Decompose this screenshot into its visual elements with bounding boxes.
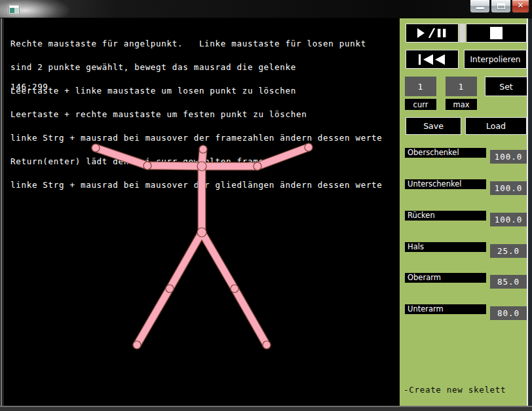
limb-label: Rücken [405, 211, 486, 221]
joint-center [197, 162, 206, 171]
limb-length-value[interactable]: 25.0 [490, 244, 527, 258]
limb-row-unterarm: Unterarm 80.0 [400, 304, 528, 321]
limb-row-oberarm: Oberarm 85.0 [400, 273, 528, 290]
rewind-to-start-icon [419, 54, 446, 65]
limb-length-value[interactable]: 80.0 [490, 306, 527, 320]
limb-label: Hals [405, 242, 486, 252]
limb-label: Oberschenkel [405, 148, 486, 158]
minimize-icon [476, 7, 484, 9]
max-frame-value[interactable]: 1 [446, 77, 477, 96]
limb-length-value[interactable]: 100.0 [490, 181, 527, 195]
skeleton-list-item[interactable]: -Create new skelett [404, 386, 506, 394]
limb-row-oberschenkel: Oberschenkel 100.0 [400, 148, 528, 165]
curr-frame-value[interactable]: 1 [405, 77, 436, 96]
limb-row-unterschenkel: Unterschenkel 100.0 [400, 179, 528, 196]
rewind-to-start-button[interactable] [406, 50, 459, 69]
limb-row-ruecken: Rücken 100.0 [400, 211, 528, 228]
joint-lhand [92, 144, 100, 152]
skeleton-canvas[interactable]: Rechte maustaste für angelpunkt. Linke m… [4, 18, 400, 406]
play-pause-icon [416, 28, 449, 38]
joint-rknee [231, 285, 238, 293]
joint-head [199, 145, 207, 153]
joint-rhand [305, 143, 313, 151]
limb-length-value[interactable]: 85.0 [490, 275, 527, 289]
skeleton-list: -Create new skelett - - - - [404, 370, 506, 411]
maximize-icon [497, 3, 505, 9]
limb-row-hals: Hals 25.0 [400, 242, 528, 259]
save-button[interactable]: Save [406, 117, 461, 135]
limb-label: Unterschenkel [405, 179, 486, 189]
set-button[interactable]: Set [485, 77, 527, 96]
stop-icon [490, 27, 503, 39]
joint-rshoulder [254, 162, 261, 170]
joint-lfoot [133, 341, 141, 349]
limb-label: Unterarm [405, 304, 486, 314]
window-frame-right [528, 18, 532, 406]
interpolate-button[interactable]: Interpolieren [464, 50, 527, 69]
window-app-icon [9, 5, 20, 14]
max-label: max [446, 99, 477, 110]
limb-length-value[interactable]: 100.0 [490, 150, 527, 164]
app-window: ✕ Rechte maustaste für angelpunkt. Linke… [0, 0, 532, 411]
curr-label: curr [405, 99, 436, 110]
joint-lshoulder [143, 162, 151, 170]
play-pause-button[interactable] [406, 24, 459, 43]
maximize-button[interactable] [491, 0, 511, 13]
window-controls: ✕ [469, 0, 529, 13]
stop-button[interactable] [466, 24, 527, 43]
joint-hip [197, 228, 206, 237]
load-button[interactable]: Load [465, 117, 527, 135]
joint-lknee [166, 285, 174, 293]
window-frame-bottom [0, 406, 532, 411]
limb-length-value[interactable]: 100.0 [490, 213, 527, 226]
limb-label: Oberarm [405, 273, 486, 283]
close-icon: ✕ [512, 1, 529, 10]
joint-rfoot [263, 341, 271, 349]
titlebar[interactable]: ✕ [0, 0, 532, 18]
sidebar: Interpolieren 1 1 Set curr max Save Load… [400, 18, 528, 406]
stick-figure[interactable] [4, 18, 400, 406]
close-button[interactable]: ✕ [512, 0, 529, 13]
transport-divider [459, 24, 465, 43]
minimize-button[interactable] [470, 0, 490, 13]
